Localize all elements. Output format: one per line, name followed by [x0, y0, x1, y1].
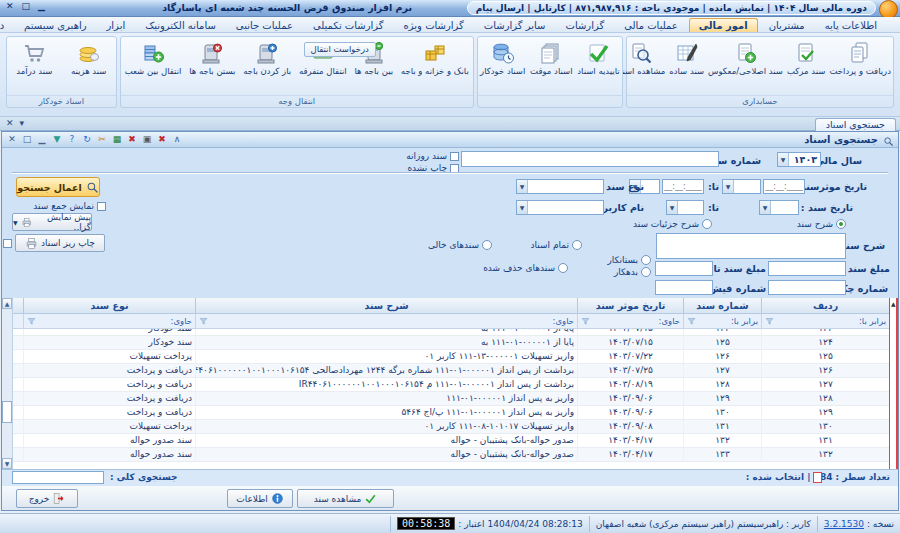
doc-date-to-picker[interactable]: ▼ [666, 200, 704, 215]
ribbon-button-boxes-plus[interactable]: انتقال بین شعب [123, 40, 184, 77]
global-search-input[interactable] [12, 471, 104, 484]
menu-tab[interactable]: اطلاعات پایه [816, 19, 886, 32]
table-row[interactable]: ۱۲۳۱۲۴۱۴۰۳/۰۷/۱۵پایا از ۰۰۰۰۰۱-۰۱-۱۱۱ به… [13, 329, 889, 336]
column-header[interactable]: شرح سند [195, 298, 577, 313]
column-header[interactable]: شماره سند [683, 298, 761, 313]
close-icon[interactable]: ✕ [6, 118, 14, 128]
amount-from-input[interactable] [768, 261, 846, 276]
info-button[interactable]: اطلاعات [227, 489, 293, 508]
delete-icon[interactable]: ✖ [126, 133, 138, 145]
radio-icon[interactable] [702, 219, 712, 229]
dropdown-icon[interactable]: ▾ [20, 118, 25, 128]
chevron-down-icon[interactable]: ▼ [517, 180, 528, 193]
close-icon[interactable]: ✕ [6, 1, 14, 11]
doc-type-select[interactable]: ▼ [516, 179, 604, 194]
table-row[interactable]: ۱۲۷۱۲۸۱۴۰۳/۰۸/۱۹برداشت از پس انداز ۰۰۰۰۰… [13, 378, 889, 392]
menu-tab[interactable]: عملیات جانبی [227, 19, 302, 32]
chevron-down-icon[interactable]: ▼ [517, 201, 528, 214]
table-row[interactable]: ۱۲۵۱۲۶۱۴۰۳/۰۷/۲۲واریز تسهیلات ۰۰۰۰۰۱-۱۳-… [13, 350, 889, 364]
ribbon-button-table-pen[interactable]: سند ساده [667, 40, 706, 77]
column-filter[interactable]: حاوی: [23, 314, 195, 328]
column-filter[interactable]: برابر با: [761, 314, 889, 328]
minimize-icon[interactable]: ▁ [38, 1, 45, 11]
menu-tab[interactable]: درباره [0, 19, 13, 32]
table-row[interactable]: ۱۲۸۱۲۹۱۴۰۳/۰۹/۰۶واریز به پس انداز ۰۰۰۰۰۱… [13, 392, 889, 406]
ribbon-button-doc-check[interactable]: سند مرکب [785, 40, 828, 77]
transfer-request-button[interactable]: درخواست انتقال [304, 42, 376, 57]
creditor-radio[interactable]: بستانکار [607, 255, 651, 265]
ribbon-button-teller-open[interactable]: باز کردن باجه [241, 40, 293, 77]
scroll-down-icon[interactable]: ▼ [2, 458, 12, 469]
menu-tab[interactable]: سایر گزارشات [475, 19, 555, 32]
checkbox-icon[interactable] [450, 152, 459, 161]
menu-tab[interactable]: امور مالی [689, 18, 758, 32]
menu-tab[interactable]: عملیات مالی [615, 19, 687, 32]
menu-tab[interactable]: ابزار [98, 19, 135, 32]
close-icon[interactable]: ✕ [6, 133, 18, 145]
exit-button[interactable]: خروج [16, 489, 78, 508]
radio-icon[interactable] [558, 263, 568, 273]
doc-date-from-picker[interactable]: ▼ [759, 200, 799, 215]
menu-tab[interactable]: گزارشات [557, 19, 614, 32]
ribbon-button-teller-close[interactable]: بستن باجه ها [187, 40, 237, 77]
table-row[interactable]: ۱۲۶۱۲۷۱۴۰۳/۰۷/۲۵برداشت از پس انداز ۰۰۰۰۰… [13, 364, 889, 378]
column-filter[interactable]: برابر با: [683, 314, 761, 328]
desc-input[interactable] [656, 233, 846, 259]
collapse-icon[interactable]: ∧ [171, 133, 183, 145]
scroll-up-icon[interactable]: ▲ [2, 298, 12, 309]
checkbox-icon[interactable] [97, 202, 106, 211]
radio-icon[interactable] [641, 255, 651, 265]
excel-export-icon[interactable]: ▦ [111, 133, 123, 145]
table-row[interactable]: ۱۲۹۱۳۰۱۴۰۳/۰۹/۰۶واریز به پس انداز ۰۰۰۰۰۱… [13, 406, 889, 420]
print-details-button[interactable]: چاپ ریز اسناد [15, 234, 105, 252]
doc-number-input[interactable] [461, 151, 719, 167]
desc-radio[interactable]: شرح سند [797, 219, 846, 229]
cancel-icon[interactable]: ✖ [156, 133, 168, 145]
view-button[interactable]: مشاهده سند [297, 489, 394, 508]
ribbon-button-coins[interactable]: سند هزینه [69, 40, 109, 77]
deleted-docs-radio[interactable]: سندهای حذف شده [483, 263, 568, 273]
table-row[interactable]: ۱۳۲۱۳۳۱۴۰۳/۰۴/۱۷صدور حواله-بانک پشتیبان … [13, 448, 889, 462]
amount-to-input[interactable] [655, 261, 713, 276]
empty-docs-radio[interactable]: سندهای خالی [428, 240, 492, 250]
menu-tab[interactable]: گزارشات ویژه [395, 19, 473, 32]
column-header[interactable]: ردیف [761, 298, 889, 313]
effective-date-to-input[interactable]: __:__:____ [662, 179, 704, 194]
table-row[interactable]: ۱۳۱۱۳۲۱۴۰۳/۰۴/۱۷صدور حواله-بانک پشتیبان … [13, 434, 889, 448]
debtor-radio[interactable]: بدهکار [614, 267, 651, 277]
print-details-checkbox[interactable] [3, 239, 12, 248]
ribbon-button-docs[interactable]: دریافت و پرداخت [827, 40, 893, 77]
all-docs-radio[interactable]: تمام اسناد [531, 240, 582, 250]
slip-no-input[interactable] [655, 280, 713, 295]
menu-tab[interactable]: گزارشات تکمیلی [304, 19, 393, 32]
ribbon-button-crates[interactable]: بانک و خزانه و باجه [399, 40, 471, 77]
user-name-select[interactable]: ▼ [516, 200, 604, 215]
radio-icon[interactable] [641, 267, 651, 277]
ribbon-button-sheets[interactable]: اسناد موقت [528, 40, 574, 77]
save-icon[interactable]: ▣ [141, 133, 153, 145]
column-header[interactable]: تاریخ موثر سند [577, 298, 683, 313]
minimize-icon[interactable]: ▁ [36, 133, 48, 145]
show-total-checkbox[interactable]: نمایش جمع سند [33, 201, 106, 211]
report-preview-button[interactable]: پیش نمایش گزا.. ▼ [12, 213, 92, 231]
chevron-down-icon[interactable]: ▼ [760, 201, 771, 214]
ribbon-button-doc-plus[interactable]: سند اصلاحی/معکوس [706, 40, 785, 77]
help-icon[interactable]: ? [66, 133, 78, 145]
chevron-down-icon[interactable]: ▼ [723, 180, 734, 193]
check-no-input[interactable] [768, 280, 846, 295]
chevron-down-icon[interactable]: ▼ [778, 153, 789, 166]
table-row[interactable]: ۱۲۴۱۲۵۱۴۰۳/۰۷/۱۵پایا از ۰۰۰۰۰۱-۰۱-۱۱۱ به… [13, 336, 889, 350]
detail-desc-radio[interactable]: شرح جزئیات سند [633, 219, 712, 229]
cut-icon[interactable]: ✂ [96, 133, 108, 145]
chevron-down-icon[interactable]: ▼ [13, 219, 18, 226]
ribbon-button-db-clock[interactable]: اسناد خودکار [478, 40, 527, 77]
refresh-icon[interactable]: ↻ [81, 133, 93, 145]
chevron-down-icon[interactable]: ▼ [667, 201, 678, 214]
vertical-scrollbar[interactable]: ▲ ▼ [2, 298, 13, 469]
scrollbar-thumb[interactable] [2, 401, 12, 423]
radio-icon[interactable] [572, 240, 582, 250]
mdi-tab-document-search[interactable]: جستجوی اسناد [815, 118, 896, 131]
radio-icon[interactable] [836, 219, 846, 229]
menu-tab[interactable]: سامانه الکترونیک [136, 19, 225, 32]
menu-tab[interactable]: مشتریان [760, 19, 814, 32]
